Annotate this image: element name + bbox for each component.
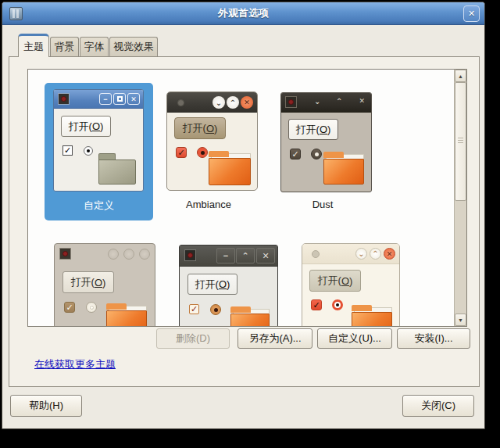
- check-icon: ✓: [312, 300, 320, 310]
- minimize-icon: ⌄: [314, 97, 320, 106]
- maximize-icon: [123, 249, 134, 260]
- preview-radio: [197, 147, 208, 158]
- close-icon: ✕: [127, 93, 140, 105]
- close-icon: ✕: [256, 248, 275, 263]
- theme-list-viewport: − ✕ 打开(O) ✓ 自定义: [28, 70, 454, 326]
- theme-tile[interactable]: − ⌃ ✕ 打开(O) ✓: [179, 245, 278, 326]
- theme-name: 自定义: [45, 199, 153, 213]
- close-icon: ✕: [384, 248, 395, 260]
- check-icon: ✓: [191, 304, 198, 314]
- arrow-up-icon: ▲: [458, 73, 463, 79]
- maximize-icon: ⌃: [227, 96, 239, 109]
- theme-name: Ambiance: [154, 199, 263, 210]
- tab-fonts[interactable]: 字体: [80, 37, 109, 56]
- preview-radio: [84, 146, 93, 156]
- minimize-icon: ⌄: [212, 96, 225, 109]
- folder-icon: [98, 153, 136, 185]
- maximize-icon: ⌃: [336, 97, 342, 106]
- window-menu-icon: [285, 96, 297, 108]
- preview-checkbox: ✓: [290, 149, 301, 159]
- minimize-icon: [108, 249, 119, 260]
- preview-titlebar: − ✕: [54, 90, 143, 109]
- theme-preview-window: ⌄ ⌃ ✕ 打开(O) ✓: [166, 91, 258, 191]
- tab-background[interactable]: 背景: [50, 37, 79, 56]
- install-theme-button[interactable]: 安装(I)...: [397, 328, 470, 349]
- preview-radio: [210, 304, 221, 315]
- close-icon: ✕: [468, 9, 475, 19]
- window-menu-icon: [58, 93, 70, 105]
- maximize-icon: [113, 93, 126, 105]
- preview-open-button: 打开(O): [309, 270, 361, 292]
- customize-theme-button[interactable]: 自定义(U)...: [317, 328, 392, 349]
- minimize-icon: −: [99, 93, 112, 105]
- minimize-icon: −: [216, 248, 235, 263]
- theme-preview-window: − ✕ 打开(O) ✓: [53, 89, 144, 192]
- preview-open-button: 打开(O): [61, 116, 111, 137]
- preview-open-button: 打开(O): [188, 274, 238, 295]
- check-icon: ✓: [64, 145, 71, 155]
- preview-open-button: 打开(O): [288, 119, 338, 140]
- theme-tile-custom[interactable]: − ✕ 打开(O) ✓ 自定义: [45, 83, 153, 220]
- save-as-button[interactable]: 另存为(A)...: [238, 328, 312, 349]
- minimize-icon: ⌄: [355, 248, 367, 260]
- window-menu-dot-icon: [177, 99, 184, 106]
- window-menu-icon: [59, 248, 71, 260]
- arrow-down-icon: ▼: [458, 317, 463, 323]
- preview-titlebar: ⌄ ⌃ ✕: [302, 244, 399, 264]
- preview-checkbox: ✓: [64, 302, 75, 313]
- tab-theme[interactable]: 主题: [18, 34, 49, 57]
- folder-icon: [106, 303, 147, 326]
- help-button[interactable]: 帮助(H): [10, 395, 82, 417]
- delete-theme-button: 删除(D): [156, 328, 230, 349]
- maximize-icon: ⌃: [370, 248, 381, 260]
- theme-tile[interactable]: ⌄ ⌃ ✕ 打开(O) ✓: [302, 243, 400, 326]
- preview-checkbox: ✓: [62, 145, 73, 156]
- window-titlebar[interactable]: 外观首选项 ✕: [2, 2, 484, 25]
- preview-titlebar: ⌄ ⌃ ✕: [167, 92, 257, 113]
- window-title: 外观首选项: [2, 2, 484, 25]
- check-icon: ✓: [291, 149, 298, 159]
- preview-open-button: 打开(O): [62, 271, 114, 293]
- folder-icon: [230, 306, 270, 326]
- preview-radio: [311, 149, 322, 159]
- scrollbar-grip: [458, 138, 463, 144]
- close-button[interactable]: 关闭(C): [402, 395, 474, 417]
- scroll-up-button[interactable]: ▲: [455, 70, 466, 82]
- appearance-preferences-dialog: 外观首选项 ✕ 主题 背景 字体 视觉效果 − ✕ 打开(O: [2, 2, 485, 429]
- theme-tile-ambiance[interactable]: ⌄ ⌃ ✕ 打开(O) ✓ Ambiance: [154, 83, 263, 220]
- check-icon: ✓: [177, 148, 184, 157]
- preview-checkbox: ✓: [189, 304, 199, 314]
- window-menu-dot-icon: [312, 250, 320, 258]
- theme-tab-panel: − ✕ 打开(O) ✓ 自定义: [9, 56, 480, 387]
- scroll-down-button[interactable]: ▼: [455, 314, 466, 326]
- window-close-button[interactable]: ✕: [463, 5, 480, 22]
- folder-icon: [323, 152, 364, 185]
- preview-checkbox: ✓: [311, 299, 322, 310]
- preview-open-button: 打开(O): [174, 117, 226, 139]
- vertical-scrollbar[interactable]: ▲ ▼: [454, 70, 466, 326]
- check-icon: ✓: [66, 303, 73, 312]
- tab-visual-effects[interactable]: 视觉效果: [109, 37, 158, 56]
- folder-icon: [352, 305, 392, 326]
- preview-radio: [332, 299, 343, 310]
- folder-icon: [209, 151, 251, 185]
- scrollbar-thumb[interactable]: [455, 82, 466, 201]
- preview-radio: [86, 302, 97, 313]
- close-icon: [139, 249, 150, 260]
- close-icon: ✕: [241, 96, 253, 109]
- theme-name: Dust: [268, 199, 377, 210]
- get-more-themes-link[interactable]: 在线获取更多主题: [34, 357, 116, 371]
- window-menu-icon: [184, 249, 196, 261]
- theme-tile[interactable]: 打开(O) ✓: [54, 243, 155, 326]
- preview-titlebar: − ⌃ ✕: [180, 246, 277, 267]
- theme-tile-dust[interactable]: ⌄ ⌃ ✕ 打开(O) ✓ Dust: [268, 83, 377, 220]
- preview-checkbox: ✓: [176, 147, 187, 158]
- preview-titlebar: ⌄ ⌃ ✕: [281, 93, 371, 113]
- maximize-icon: ⌃: [236, 248, 255, 263]
- theme-list-frame: − ✕ 打开(O) ✓ 自定义: [27, 69, 467, 327]
- theme-preview-window: ⌄ ⌃ ✕ 打开(O) ✓: [280, 92, 372, 192]
- close-icon: ✕: [359, 97, 365, 105]
